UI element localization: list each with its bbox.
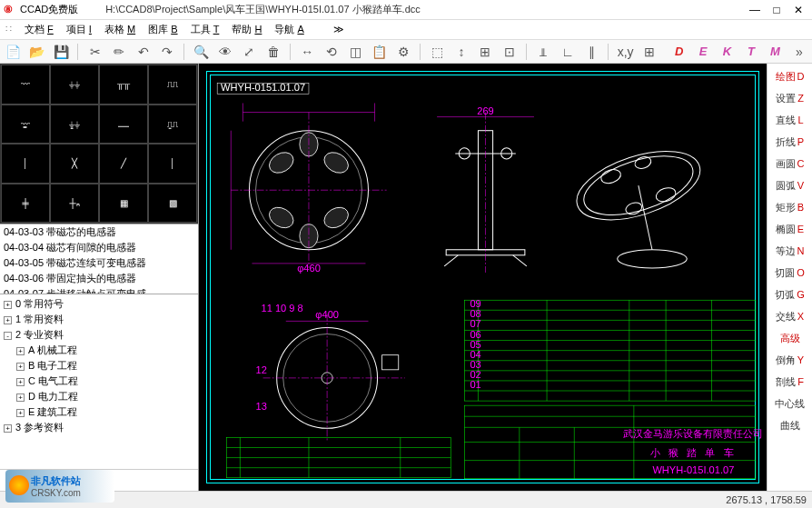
drawing-canvas[interactable]: WHYH-0151.01.07 φ460 — [199, 64, 767, 491]
menu-fold-icon[interactable]: ∷ — [5, 24, 12, 35]
tree-node[interactable]: +3 参考资料 — [4, 420, 194, 435]
svg-text:小 猴 踏 单 车: 小 猴 踏 单 车 — [650, 447, 737, 458]
toolbar-button[interactable]: ⫫ — [534, 42, 552, 62]
toolbar-button[interactable]: ⟲ — [322, 42, 340, 62]
tree-node[interactable]: +C 电气工程 — [4, 374, 194, 389]
toolbar-button[interactable]: 💾 — [52, 42, 70, 62]
toolbar-overflow[interactable]: » — [790, 42, 808, 62]
menu-a[interactable]: 导航 A — [274, 24, 303, 35]
menu-t[interactable]: 工具 T — [191, 24, 220, 35]
mode-button-d[interactable]: D — [669, 42, 688, 62]
toolbar-button[interactable]: ◫ — [346, 42, 364, 62]
toolbar-button[interactable]: ↷ — [158, 42, 176, 62]
mode-button-e[interactable]: E — [694, 42, 712, 62]
symbol-cell[interactable]: ╳ — [50, 144, 99, 184]
right-tool-panel: 绘图D设置Z直线L折线P画圆C圆弧V矩形B椭圆E等边N切圆O切弧G交线X高级倒角… — [767, 64, 812, 491]
symbol-cell[interactable]: ⏚⏚ — [50, 65, 99, 105]
toolbar-button[interactable]: ∟ — [559, 42, 577, 62]
tree-node[interactable]: +E 建筑工程 — [4, 404, 194, 420]
menu-overflow[interactable]: ≫ — [333, 24, 344, 35]
file-path: H:\CCAD8\Project\Sample\风车王国\WHYH-015I.0… — [105, 3, 421, 16]
mode-button-m[interactable]: M — [766, 42, 784, 62]
maximize-button[interactable]: □ — [767, 3, 787, 17]
menu-f[interactable]: 文档 F — [25, 24, 54, 35]
draw-tool-绘图[interactable]: 绘图D — [767, 65, 812, 87]
toolbar-button[interactable]: 📋 — [370, 42, 388, 62]
draw-tool-剖线[interactable]: 剖线F — [767, 371, 812, 393]
tree-node[interactable]: +A 机械工程 — [4, 343, 194, 358]
toolbar-button[interactable]: ↔ — [298, 42, 316, 62]
symbol-cell[interactable]: ⎍͇⎍ — [148, 105, 197, 144]
draw-tool-高级[interactable]: 高级 — [767, 327, 812, 349]
svg-line-34 — [639, 185, 652, 250]
tree-node[interactable]: +B 电子工程 — [4, 358, 194, 374]
tree-node[interactable]: +D 电力工程 — [4, 389, 194, 404]
symbol-cell[interactable]: │ — [1, 144, 50, 184]
draw-tool-等边[interactable]: 等边N — [767, 240, 812, 262]
draw-tool-设置[interactable]: 设置Z — [767, 87, 812, 109]
mode-button-t[interactable]: T — [742, 42, 760, 62]
toolbar-button[interactable]: ⊡ — [500, 42, 519, 62]
draw-tool-椭圆[interactable]: 椭圆E — [767, 218, 812, 240]
symbol-cell[interactable]: ╥╥ — [99, 65, 148, 105]
draw-tool-交线[interactable]: 交线X — [767, 305, 812, 327]
symbol-list-item[interactable]: 04-03-04 磁芯有间隙的电感器 — [0, 240, 198, 255]
toolbar-button[interactable]: ✏ — [110, 42, 128, 62]
symbol-cell[interactable]: ╱ — [99, 144, 148, 184]
title-bar: ⑧ CCAD免费版 H:\CCAD8\Project\Sample\风车王国\W… — [0, 0, 812, 20]
symbol-cell[interactable]: │ — [148, 144, 197, 184]
mode-button-k[interactable]: K — [718, 42, 736, 62]
toolbar-button[interactable]: ⊞ — [476, 42, 494, 62]
symbol-list-item[interactable]: 04-03-07 步进移动触点可变电感 — [0, 286, 198, 294]
svg-text:φ460: φ460 — [297, 263, 321, 274]
draw-tool-直线[interactable]: 直线L — [767, 109, 812, 131]
menu-b[interactable]: 图库 B — [148, 24, 177, 35]
toolbar-button[interactable]: ⚙ — [394, 42, 412, 62]
status-bar: 2675.13 , 1758.59 — [0, 491, 812, 508]
draw-tool-切圆[interactable]: 切圆O — [767, 262, 812, 284]
symbol-cell[interactable]: 〰͇ — [1, 105, 50, 144]
toolbar-button[interactable]: ↶ — [134, 42, 152, 62]
symbol-cell[interactable]: ⎍⎍ — [148, 65, 197, 105]
draw-tool-画圆[interactable]: 画圆C — [767, 153, 812, 174]
toolbar-button[interactable]: ✂ — [85, 42, 104, 62]
svg-line-23 — [444, 255, 458, 266]
symbol-list-item[interactable]: 04-03-03 带磁芯的电感器 — [0, 224, 198, 240]
symbol-cell[interactable]: ╪ — [1, 184, 50, 224]
toolbar-button[interactable]: ∥ — [582, 42, 600, 62]
menu-h[interactable]: 帮助 H — [232, 24, 262, 35]
close-button[interactable]: ✕ — [788, 3, 808, 17]
draw-tool-切弧[interactable]: 切弧G — [767, 284, 812, 305]
symbol-cell[interactable]: ┼ₙ — [50, 184, 99, 224]
toolbar-button[interactable]: ⤢ — [240, 42, 258, 62]
symbol-cell[interactable]: ▩ — [148, 184, 197, 224]
tree-node[interactable]: +0 常用符号 — [4, 296, 194, 312]
toolbar-button[interactable]: ⬚ — [428, 42, 446, 62]
tree-node[interactable]: -2 专业资料 — [4, 327, 194, 343]
symbol-palette: 〰⏚⏚╥╥⎍⎍〰͇⏚͇⏚⎽⎽⎍͇⎍│╳╱│╪┼ₙ▦▩ — [0, 64, 198, 224]
draw-tool-曲线[interactable]: 曲线 — [767, 414, 812, 436]
toolbar-button[interactable]: ↕ — [452, 42, 470, 62]
toolbar-button[interactable]: 📂 — [27, 42, 45, 62]
symbol-cell[interactable]: ⏚͇⏚ — [50, 105, 99, 144]
symbol-list-item[interactable]: 04-03-05 带磁芯连续可变电感器 — [0, 255, 198, 271]
menu-i[interactable]: 项目 I — [66, 24, 92, 35]
draw-tool-中心线[interactable]: 中心线 — [767, 393, 812, 414]
minimize-button[interactable]: — — [745, 3, 765, 17]
draw-tool-圆弧[interactable]: 圆弧V — [767, 174, 812, 196]
toolbar-button[interactable]: 👁 — [216, 42, 234, 62]
symbol-cell[interactable]: ⎽⎽ — [99, 105, 148, 144]
draw-tool-倒角[interactable]: 倒角Y — [767, 349, 812, 371]
toolbar-button[interactable]: 📄 — [4, 42, 22, 62]
toolbar-button[interactable]: ⊞ — [640, 42, 659, 62]
toolbar-button[interactable]: x,y — [616, 42, 634, 62]
menu-m[interactable]: 表格 M — [104, 24, 135, 35]
symbol-list-item[interactable]: 04-03-06 带固定抽头的电感器 — [0, 271, 198, 286]
toolbar-button[interactable]: 🗑 — [264, 42, 282, 62]
symbol-cell[interactable]: 〰 — [1, 65, 50, 105]
draw-tool-矩形[interactable]: 矩形B — [767, 196, 812, 218]
toolbar-button[interactable]: 🔍 — [192, 42, 210, 62]
draw-tool-折线[interactable]: 折线P — [767, 131, 812, 153]
symbol-cell[interactable]: ▦ — [99, 184, 148, 224]
tree-node[interactable]: +1 常用资料 — [4, 312, 194, 327]
